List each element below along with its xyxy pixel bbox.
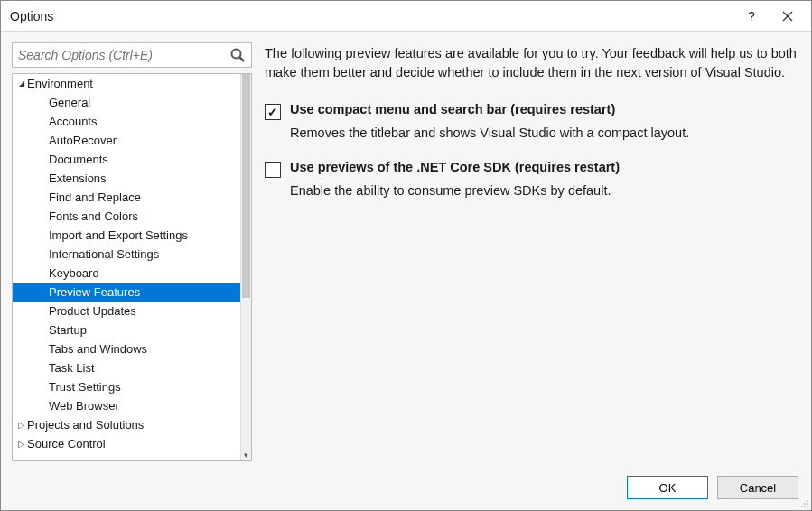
- tree-item-label: Environment: [27, 77, 93, 90]
- search-wrap: [12, 42, 252, 68]
- window-title: Options: [10, 9, 733, 23]
- tree-item-label: Trust Settings: [49, 380, 121, 394]
- search-icon: [229, 47, 246, 63]
- tree-item-environment[interactable]: ◢Environment: [13, 74, 240, 93]
- left-column: ◢EnvironmentGeneralAccountsAutoRecoverDo…: [12, 42, 252, 461]
- category-tree[interactable]: ◢EnvironmentGeneralAccountsAutoRecoverDo…: [12, 73, 252, 461]
- scroll-thumb[interactable]: [242, 74, 250, 298]
- close-icon: [782, 11, 793, 22]
- tree-item-keyboard[interactable]: Keyboard: [13, 264, 240, 283]
- tree-item-label: Source Control: [27, 437, 106, 451]
- svg-line-3: [240, 58, 245, 62]
- tree-item-find-and-replace[interactable]: Find and Replace: [13, 188, 240, 207]
- tree-item-label: Import and Export Settings: [49, 228, 188, 242]
- tree-item-import-and-export-settings[interactable]: Import and Export Settings: [13, 226, 240, 245]
- tree-item-accounts[interactable]: Accounts: [13, 112, 240, 131]
- tree-item-tabs-and-windows[interactable]: Tabs and Windows: [13, 339, 240, 358]
- tree-item-label: Task List: [49, 361, 95, 375]
- svg-point-8: [804, 506, 806, 507]
- svg-point-5: [804, 503, 806, 505]
- tree-item-label: AutoRecover: [49, 134, 117, 147]
- tree-item-web-browser[interactable]: Web Browser: [13, 396, 240, 415]
- tree-item-label: International Settings: [49, 247, 159, 261]
- svg-point-9: [807, 506, 808, 507]
- close-button[interactable]: [770, 4, 806, 29]
- tree-item-startup[interactable]: Startup: [13, 321, 240, 339]
- option-row-0: Use compact menu and search bar (require…: [265, 102, 800, 120]
- tree-item-task-list[interactable]: Task List: [13, 358, 240, 377]
- tree-item-source-control[interactable]: ▷Source Control: [13, 434, 240, 453]
- option-label: Use compact menu and search bar (require…: [290, 102, 615, 116]
- chevron-right-icon: ▷: [16, 439, 27, 449]
- tree-item-label: Projects and Solutions: [27, 418, 144, 432]
- content-pane: The following preview features are avail…: [265, 42, 800, 461]
- help-button[interactable]: ?: [733, 4, 770, 29]
- dialog-footer: OK Cancel: [1, 465, 811, 510]
- tree-item-label: Keyboard: [49, 266, 99, 280]
- scroll-down-icon[interactable]: ▾: [241, 450, 251, 460]
- tree-item-trust-settings[interactable]: Trust Settings: [13, 377, 240, 396]
- tree-item-label: Preview Features: [49, 285, 140, 299]
- tree-item-label: Web Browser: [49, 399, 119, 413]
- option-description: Removes the titlebar and shows Visual St…: [290, 124, 800, 142]
- tree-item-international-settings[interactable]: International Settings: [13, 245, 240, 264]
- tree-item-preview-features[interactable]: Preview Features: [13, 283, 240, 302]
- tree-item-label: Extensions: [49, 172, 107, 185]
- option-description: Enable the ability to consume preview SD…: [290, 181, 800, 200]
- tree-item-label: Startup: [49, 323, 87, 337]
- svg-point-7: [801, 506, 803, 507]
- option-row-1: Use previews of the .NET Core SDK (requi…: [265, 160, 800, 178]
- svg-point-6: [807, 503, 808, 505]
- svg-point-2: [232, 50, 241, 59]
- titlebar: Options ?: [1, 1, 811, 32]
- dialog-body: ◢EnvironmentGeneralAccountsAutoRecoverDo…: [1, 32, 811, 465]
- tree-item-fonts-and-colors[interactable]: Fonts and Colors: [13, 207, 240, 226]
- tree-item-label: Documents: [49, 153, 108, 166]
- ok-button[interactable]: OK: [627, 476, 708, 499]
- svg-point-4: [807, 500, 808, 502]
- tree-item-label: Accounts: [49, 115, 97, 128]
- option-checkbox-1[interactable]: [265, 162, 281, 178]
- options-dialog: Options ? ◢EnvironmentGeneralAccountsAut…: [0, 0, 812, 511]
- tree-item-documents[interactable]: Documents: [13, 150, 240, 169]
- tree-scrollbar[interactable]: ▴ ▾: [240, 74, 251, 460]
- tree-item-autorecover[interactable]: AutoRecover: [13, 131, 240, 150]
- chevron-down-icon: ◢: [16, 79, 27, 88]
- tree-item-label: Tabs and Windows: [49, 342, 147, 356]
- resize-grip-icon[interactable]: [800, 499, 809, 508]
- search-input[interactable]: [13, 43, 251, 67]
- tree-item-projects-and-solutions[interactable]: ▷Projects and Solutions: [13, 415, 240, 434]
- tree-item-extensions[interactable]: Extensions: [13, 169, 240, 188]
- intro-text: The following preview features are avail…: [265, 44, 800, 82]
- option-checkbox-0[interactable]: [265, 104, 281, 120]
- tree-item-label: Product Updates: [49, 304, 136, 318]
- tree-item-general[interactable]: General: [13, 93, 240, 112]
- tree-item-label: Find and Replace: [49, 190, 141, 204]
- tree-item-label: Fonts and Colors: [49, 209, 138, 223]
- tree-item-label: General: [49, 96, 90, 109]
- chevron-right-icon: ▷: [16, 420, 27, 430]
- cancel-button[interactable]: Cancel: [717, 476, 798, 499]
- tree-item-product-updates[interactable]: Product Updates: [13, 302, 240, 321]
- option-label: Use previews of the .NET Core SDK (requi…: [290, 160, 620, 174]
